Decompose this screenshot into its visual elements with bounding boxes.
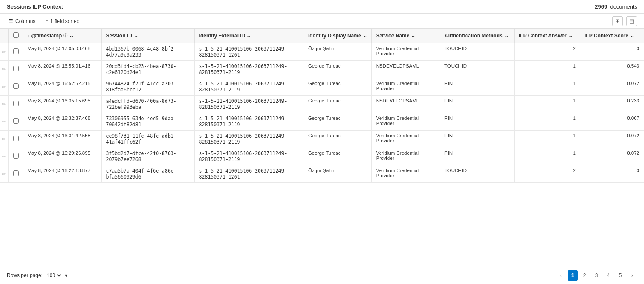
- cell-ilp-context-score: 0.233: [580, 96, 644, 113]
- columns-button[interactable]: ☰ Columns: [7, 17, 37, 25]
- columns-label: Columns: [15, 18, 35, 24]
- header-timestamp[interactable]: ↓ @timestamp ⓘ ⌄: [23, 29, 101, 43]
- table-row: ✏May 8, 2024 @ 16:31:42.558ee98f731-11fe…: [0, 131, 644, 148]
- checkbox-cell[interactable]: [8, 43, 23, 61]
- edit-cell[interactable]: ✏: [0, 61, 8, 78]
- edit-icon[interactable]: ✏: [2, 171, 6, 176]
- cell-identity-display-name: George Tureac: [304, 61, 371, 78]
- row-checkbox[interactable]: [13, 48, 19, 54]
- cell-service-name: NSDEVELOPSAML: [371, 96, 440, 113]
- cell-auth-methods: TOUCHID: [440, 61, 514, 78]
- cell-service-name: Veridium Credential Provider: [371, 148, 440, 165]
- cell-identity-external-id: s-1-5-21-410015106-2063711249-828150371-…: [194, 113, 304, 131]
- list-icon: ▤: [629, 18, 634, 24]
- header-ilp-context-score[interactable]: ILP Context Score ⌄: [580, 29, 644, 43]
- checkbox-cell[interactable]: [8, 113, 23, 131]
- cell-timestamp: May 8, 2024 @ 16:52:52.215: [23, 78, 101, 96]
- cell-timestamp: May 8, 2024 @ 16:32:37.468: [23, 113, 101, 131]
- edit-cell[interactable]: ✏: [0, 113, 8, 131]
- identity-display-name-col-label: Identity Display Name: [308, 33, 361, 39]
- row-checkbox[interactable]: [13, 83, 19, 89]
- doc-count-number: 2969: [595, 3, 607, 10]
- edit-icon[interactable]: ✏: [2, 119, 6, 124]
- edit-icon[interactable]: ✏: [2, 154, 6, 159]
- edit-cell[interactable]: ✏: [0, 96, 8, 113]
- checkbox-cell[interactable]: [8, 78, 23, 96]
- auth-methods-col-label: Authentication Methods: [444, 33, 503, 39]
- sort-button[interactable]: ↑ 1 field sorted: [44, 17, 81, 25]
- cell-auth-methods: TOUCHID: [440, 165, 514, 183]
- edit-cell[interactable]: ✏: [0, 43, 8, 61]
- service-name-col-label: Service Name: [376, 33, 410, 39]
- header-session-id[interactable]: Session ID ⌄: [101, 29, 194, 43]
- header-checkbox-col: [8, 29, 23, 43]
- edit-icon[interactable]: ✏: [2, 49, 6, 54]
- cell-ilp-context-answer: 1: [514, 61, 580, 78]
- checkbox-cell[interactable]: [8, 131, 23, 148]
- edit-cell[interactable]: ✏: [0, 148, 8, 165]
- timestamp-sort-icon: ⌄: [69, 33, 73, 39]
- edit-cell[interactable]: ✏: [0, 78, 8, 96]
- edit-icon[interactable]: ✏: [2, 136, 6, 142]
- row-checkbox[interactable]: [13, 170, 19, 176]
- cell-identity-display-name: George Tureac: [304, 78, 371, 96]
- cell-session-id: 96744824-f71f-41cc-a203-818faa6bcc12: [101, 78, 194, 96]
- cell-ilp-context-score: 0.072: [580, 78, 644, 96]
- cell-service-name: Veridium Credential Provider: [371, 113, 440, 131]
- edit-icon[interactable]: ✏: [2, 67, 6, 72]
- cell-auth-methods: PIN: [440, 96, 514, 113]
- cell-auth-methods: TOUCHID: [440, 43, 514, 61]
- row-checkbox[interactable]: [13, 153, 19, 159]
- identity-external-id-sort-icon: ⌄: [247, 33, 251, 39]
- grid-view-button[interactable]: ⊞: [612, 16, 623, 26]
- edit-icon[interactable]: ✏: [2, 84, 6, 89]
- row-checkbox[interactable]: [13, 101, 19, 106]
- checkbox-cell[interactable]: [8, 148, 23, 165]
- table-row: ✏May 8, 2024 @ 16:22:13.877c7aa5b7a-404f…: [0, 165, 644, 183]
- row-checkbox[interactable]: [13, 118, 19, 124]
- list-view-button[interactable]: ▤: [626, 16, 637, 26]
- cell-session-id: 3f5bd2d7-dfce-42f0-8763-2079b7ee7268: [101, 148, 194, 165]
- toolbar: ☰ Columns ↑ 1 field sorted ⊞ ▤: [0, 14, 644, 29]
- cell-identity-external-id: s-1-5-21-410015106-2063711249-828150371-…: [194, 131, 304, 148]
- cell-ilp-context-score: 0.067: [580, 113, 644, 131]
- sort-down-icon: ↓: [28, 34, 30, 38]
- cell-session-id: a4edcffd-d670-400a-8d73-722bef993eba: [101, 96, 194, 113]
- data-table: ↓ @timestamp ⓘ ⌄ Session ID ⌄ Identity E…: [0, 29, 644, 183]
- cell-service-name: NSDEVELOPSAML: [371, 61, 440, 78]
- cell-identity-display-name: Özgür Şahin: [304, 165, 371, 183]
- row-checkbox[interactable]: [13, 66, 19, 71]
- checkbox-cell[interactable]: [8, 96, 23, 113]
- header-service-name[interactable]: Service Name ⌄: [371, 29, 440, 43]
- header-ilp-context-answer[interactable]: ILP Context Answer ⌄: [514, 29, 580, 43]
- cell-service-name: Veridium Credential Provider: [371, 78, 440, 96]
- doc-count: 2969 documents: [595, 3, 637, 10]
- edit-icon[interactable]: ✏: [2, 102, 6, 107]
- cell-ilp-context-score: 0.072: [580, 131, 644, 148]
- cell-auth-methods: PIN: [440, 148, 514, 165]
- edit-cell[interactable]: ✏: [0, 131, 8, 148]
- cell-session-id: 4bd1367b-0068-4c48-8bf2-4d77a9c9a233: [101, 43, 194, 61]
- cell-identity-external-id: s-1-5-21-410015106-2063711249-828150371-…: [194, 148, 304, 165]
- checkbox-cell[interactable]: [8, 165, 23, 183]
- app-title: Sessions ILP Context: [7, 3, 63, 10]
- header-auth-methods[interactable]: Authentication Methods ⌄: [440, 29, 514, 43]
- cell-session-id: ee98f731-11fe-48fe-adb1-41af41ffc62f: [101, 131, 194, 148]
- select-all-checkbox[interactable]: [13, 32, 19, 38]
- grid-icon: ⊞: [615, 18, 620, 24]
- ilp-context-answer-sort-icon: ⌄: [568, 33, 573, 39]
- row-checkbox[interactable]: [13, 136, 19, 141]
- edit-cell[interactable]: ✏: [0, 165, 8, 183]
- table-container: ↓ @timestamp ⓘ ⌄ Session ID ⌄ Identity E…: [0, 29, 644, 253]
- cell-service-name: Veridium Credential Provider: [371, 43, 440, 61]
- cell-ilp-context-score: 0.543: [580, 61, 644, 78]
- cell-ilp-context-answer: 1: [514, 78, 580, 96]
- cell-auth-methods: PIN: [440, 131, 514, 148]
- cell-session-id: 73306955-634e-4ed5-9daa-70642df82d81: [101, 113, 194, 131]
- header-identity-display-name[interactable]: Identity Display Name ⌄: [304, 29, 371, 43]
- table-row: ✏May 8, 2024 @ 16:29:26.8953f5bd2d7-dfce…: [0, 148, 644, 165]
- header-identity-external-id[interactable]: Identity External ID ⌄: [194, 29, 304, 43]
- identity-external-id-col-label: Identity External ID: [199, 33, 245, 39]
- cell-identity-external-id: s-1-5-21-410015106-2063711249-828150371-…: [194, 96, 304, 113]
- checkbox-cell[interactable]: [8, 61, 23, 78]
